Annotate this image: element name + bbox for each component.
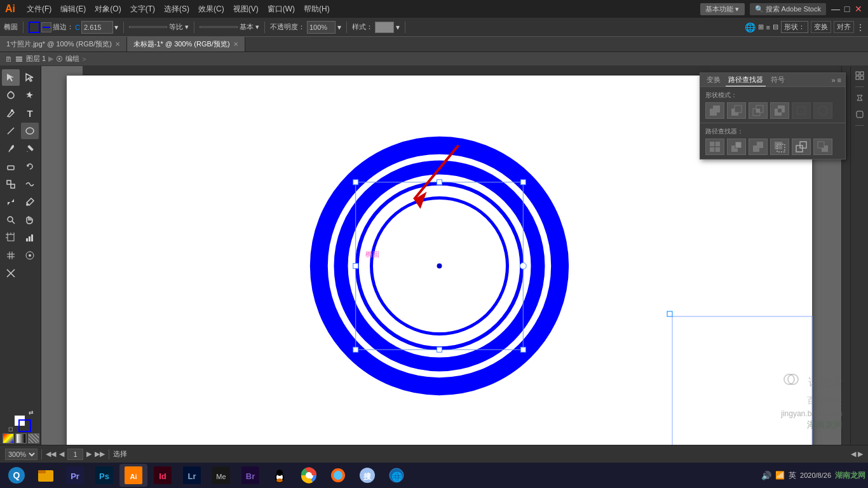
taskbar-app-media-encoder[interactable]: Me [207, 464, 235, 487]
outline-btn[interactable] [792, 139, 811, 155]
shape-expand-btn[interactable] [792, 102, 811, 119]
taskbar-app-bridge[interactable]: Br [236, 464, 264, 487]
handle-bm[interactable] [437, 347, 442, 352]
minus-back-btn[interactable] [813, 139, 832, 155]
panel-menu-icon[interactable]: ≡ [837, 76, 841, 84]
opacity-arrow[interactable]: ▾ [337, 23, 341, 32]
align-btn[interactable]: 对齐 [834, 21, 854, 33]
taskbar-app-lightroom[interactable]: Lr [178, 464, 206, 487]
magic-wand-tool[interactable] [21, 87, 39, 104]
color-mode-btn[interactable] [3, 433, 14, 444]
hand-tool[interactable] [21, 212, 39, 228]
page-next2-btn[interactable]: ▶▶ [95, 450, 105, 458]
shape-merge-btn[interactable] [813, 102, 832, 119]
handle-ml[interactable] [353, 264, 358, 269]
handle-tm[interactable] [437, 180, 442, 185]
menu-view[interactable]: 视图(V) [229, 3, 262, 16]
distribute-icon[interactable]: ⊟ [773, 23, 778, 31]
stroke-type-select[interactable] [41, 22, 51, 32]
taskbar-app-chrome[interactable] [295, 464, 323, 487]
warp-tool[interactable] [21, 176, 39, 193]
tab-photo[interactable]: 1寸照片.jpg* @ 100% (RGB/预览) ✕ [0, 37, 127, 51]
artboard-tool[interactable] [2, 229, 20, 246]
zoom-control[interactable]: 300% 200% 100% [5, 449, 37, 460]
panel-expand-icon[interactable]: » [831, 76, 835, 84]
menu-help[interactable]: 帮助(H) [300, 3, 334, 16]
pf-tab-transform[interactable]: 变换 [704, 74, 723, 86]
page-input[interactable] [67, 449, 83, 460]
tab-untitled[interactable]: 未标题-1* @ 300% (RGB/预览) ✕ [127, 37, 245, 51]
minimize-btn[interactable]: — [831, 4, 840, 13]
taskbar-app-illustrator[interactable]: Ai [119, 464, 147, 487]
menu-object[interactable]: 对象(O) [91, 3, 125, 16]
tray-lang[interactable]: 英 [789, 470, 796, 481]
right-panel-icon1[interactable] [853, 69, 867, 83]
divide-btn[interactable] [705, 139, 724, 155]
transform-btn[interactable]: 变换 [811, 21, 831, 33]
shape-icon[interactable]: 形状： [781, 21, 808, 33]
taskbar-app-network[interactable]: 🌐 [383, 464, 410, 487]
breadcrumb-group[interactable]: 编组 [65, 54, 79, 64]
menu-text[interactable]: 文字(T) [126, 3, 159, 16]
pen-tool[interactable] [2, 105, 20, 121]
tab-photo-close[interactable]: ✕ [115, 41, 120, 48]
pf-tab-pathfinder[interactable]: 路径查找器 [726, 74, 766, 86]
taskbar-app-firefox[interactable] [324, 464, 352, 487]
menu-window[interactable]: 窗口(W) [264, 3, 299, 16]
taskbar-app-sogou[interactable]: 搜 [353, 464, 381, 487]
symbol-tool[interactable] [21, 247, 39, 264]
graph-tool[interactable] [21, 229, 39, 246]
page-prev-btn[interactable]: ◀◀ [46, 450, 56, 458]
mesh-tool[interactable] [2, 247, 20, 264]
handle-bl[interactable] [353, 347, 358, 352]
status-arrow-btn[interactable]: ◀ ▶ [851, 450, 863, 458]
taskbar-app-files[interactable] [32, 464, 60, 487]
workspace-label[interactable]: 基本功能 ▾ [700, 3, 744, 15]
intersect-btn[interactable] [749, 102, 768, 119]
menu-edit[interactable]: 编辑(E) [57, 3, 90, 16]
taskbar-app-penguin[interactable] [266, 464, 294, 487]
lasso-tool[interactable] [2, 87, 20, 104]
page-next-btn[interactable]: ▶ [86, 450, 92, 458]
handle-mr[interactable] [520, 263, 526, 269]
gradient-mode-btn[interactable] [15, 433, 27, 444]
crop-btn[interactable] [770, 139, 789, 155]
minus-front-btn[interactable] [727, 102, 746, 119]
direct-selection-tool[interactable] [21, 69, 39, 86]
base-stroke-preview[interactable] [200, 26, 238, 28]
page-prev2-btn[interactable]: ◀ [59, 450, 64, 458]
tab-untitled-close[interactable]: ✕ [233, 41, 238, 48]
taskbar-app-browser-q[interactable]: Q [3, 464, 31, 487]
stroke-color-swatch[interactable] [29, 22, 40, 33]
paintbrush-tool[interactable] [2, 140, 20, 157]
style-select[interactable]: ▾ [396, 23, 400, 32]
menu-select[interactable]: 选择(S) [160, 3, 193, 16]
maximize-btn[interactable]: □ [843, 4, 851, 13]
eraser-tool[interactable] [2, 158, 20, 175]
right-panel-icon3[interactable] [853, 107, 867, 121]
right-panel-icon2[interactable] [853, 91, 867, 105]
zoom-tool[interactable] [2, 212, 20, 228]
handle-tr[interactable] [520, 180, 526, 185]
globe-icon[interactable]: 🌐 [745, 22, 756, 32]
exclude-btn[interactable] [770, 102, 789, 119]
proportion-select[interactable]: ▾ [185, 23, 189, 31]
selection-tool[interactable] [2, 69, 20, 86]
clock-area[interactable]: 2020/8/26 [800, 471, 831, 479]
taskbar-app-photoshop[interactable]: Ps [90, 464, 118, 487]
tray-speaker[interactable]: 🔊 [761, 471, 771, 480]
stroke-color-box[interactable] [18, 419, 31, 432]
slice-tool[interactable] [2, 265, 20, 281]
taskbar-app-indesign[interactable]: Id [149, 464, 177, 487]
breadcrumb-layer[interactable]: 图层 1 [26, 54, 46, 64]
swap-icon[interactable]: ⇄ [29, 409, 34, 416]
line-tool[interactable] [2, 123, 20, 139]
stock-search[interactable]: 🔍 搜索 Adobe Stock [750, 3, 827, 15]
tray-network2[interactable]: 📶 [775, 471, 785, 480]
pencil-tool[interactable] [21, 140, 39, 157]
base-select[interactable]: ▾ [255, 23, 259, 31]
close-btn[interactable]: ✕ [854, 4, 863, 13]
rotate-tool[interactable] [21, 158, 39, 175]
ellipse-tool[interactable] [21, 123, 39, 139]
none-color-btn[interactable] [28, 433, 39, 444]
